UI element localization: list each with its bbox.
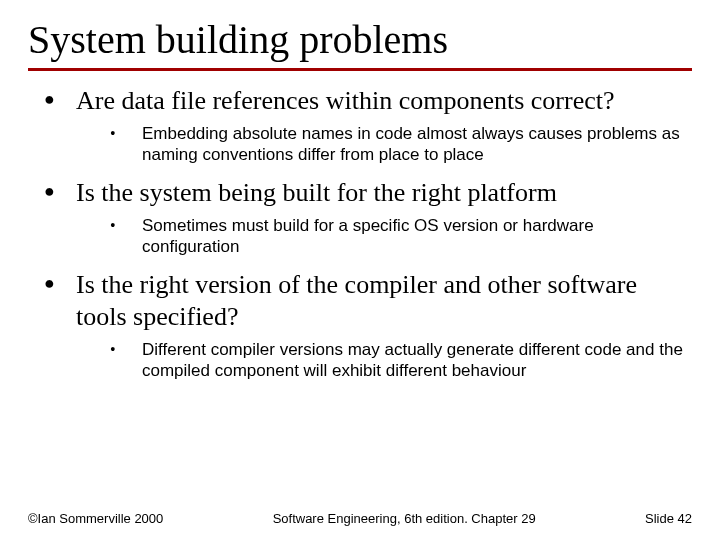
sub-bullet-icon: •	[110, 339, 142, 382]
sub-bullet-icon: •	[110, 123, 142, 166]
sub-bullet-text: Embedding absolute names in code almost …	[142, 123, 692, 166]
footer-slide-number: Slide 42	[645, 511, 692, 526]
footer-copyright: ©Ian Sommerville 2000	[28, 511, 163, 526]
bullet-text: Is the system being built for the right …	[76, 177, 692, 209]
sub-bullet-text: Sometimes must build for a specific OS v…	[142, 215, 692, 258]
sub-bullet-item: • Different compiler versions may actual…	[110, 339, 692, 382]
sub-bullet-item: • Sometimes must build for a specific OS…	[110, 215, 692, 258]
bullet-text: Is the right version of the compiler and…	[76, 269, 692, 332]
slide-footer: ©Ian Sommerville 2000 Software Engineeri…	[0, 511, 720, 526]
slide: System building problems ● Are data file…	[0, 0, 720, 381]
bullet-text: Are data file references within componen…	[76, 85, 692, 117]
slide-content: ● Are data file references within compon…	[28, 85, 692, 381]
bullet-item: ● Are data file references within compon…	[40, 85, 692, 117]
bullet-icon: ●	[40, 177, 76, 209]
bullet-icon: ●	[40, 85, 76, 117]
bullet-item: ● Is the system being built for the righ…	[40, 177, 692, 209]
footer-chapter: Software Engineering, 6th edition. Chapt…	[163, 511, 645, 526]
sub-bullet-icon: •	[110, 215, 142, 258]
sub-bullet-item: • Embedding absolute names in code almos…	[110, 123, 692, 166]
title-underline	[28, 68, 692, 71]
slide-title: System building problems	[28, 18, 692, 62]
bullet-icon: ●	[40, 269, 76, 332]
bullet-item: ● Is the right version of the compiler a…	[40, 269, 692, 332]
sub-bullet-text: Different compiler versions may actually…	[142, 339, 692, 382]
